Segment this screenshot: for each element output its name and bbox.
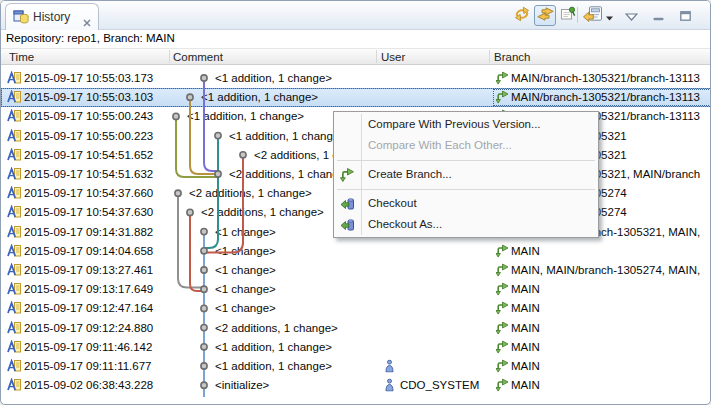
menu-item-create-branch[interactable]: Create Branch... bbox=[334, 164, 598, 185]
branch-flag-icon bbox=[496, 340, 509, 353]
column-divider[interactable] bbox=[489, 50, 490, 63]
column-divider[interactable] bbox=[169, 50, 170, 63]
time-cell: 2015-09-17 10:54:51.632 bbox=[24, 168, 153, 180]
time-cell: 2015-09-17 10:55:00.243 bbox=[24, 110, 153, 122]
table-row[interactable]: 2015-09-17 09:11:46.142<1 addition, 1 ch… bbox=[1, 337, 710, 356]
focus-button[interactable] bbox=[582, 5, 604, 26]
comment-cell: <1 change> bbox=[215, 283, 276, 295]
comment-cell: <1 addition, 1 change> bbox=[215, 341, 332, 353]
branch-cell: MAIN bbox=[511, 245, 540, 257]
branch-cell: MAIN bbox=[511, 341, 540, 353]
time-cell: 2015-09-17 09:12:24.880 bbox=[24, 322, 153, 334]
commit-icon bbox=[7, 321, 22, 335]
checkout-icon bbox=[340, 218, 355, 232]
branch-cell: MAIN bbox=[511, 302, 540, 314]
time-cell: 2015-09-17 10:55:03.103 bbox=[24, 91, 153, 103]
menu-item-compare-each-other[interactable]: Compare With Each Other... bbox=[334, 135, 598, 156]
commit-icon bbox=[7, 90, 22, 104]
comment-cell: <1 addition, 1 change> bbox=[201, 91, 318, 103]
time-cell: 2015-09-17 10:54:37.630 bbox=[24, 206, 153, 218]
branch-cell: MAIN bbox=[511, 360, 540, 372]
branch-flag-icon bbox=[496, 359, 509, 372]
column-header-branch[interactable]: Branch bbox=[494, 51, 530, 63]
branch-flag-icon bbox=[496, 263, 509, 276]
view-menu-button[interactable] bbox=[622, 5, 640, 26]
user-icon bbox=[385, 359, 394, 372]
menu-separator bbox=[334, 156, 598, 164]
comment-cell: <2 additions, 1 change> bbox=[201, 206, 324, 218]
branch-flag-icon bbox=[496, 244, 509, 257]
maximize-button[interactable] bbox=[676, 5, 694, 26]
focus-icon bbox=[583, 6, 603, 26]
user-cell: CDO_SYSTEM bbox=[400, 379, 479, 391]
menu-item-compare-previous[interactable]: Compare With Previous Version... bbox=[334, 114, 598, 135]
comment-cell: <1 addition, 1 change> bbox=[187, 110, 304, 122]
time-cell: 2015-09-17 09:11:11.677 bbox=[24, 360, 151, 372]
branch-flag-icon bbox=[496, 302, 509, 315]
column-divider[interactable] bbox=[376, 50, 377, 63]
comment-cell: <2 additions, 1 change> bbox=[189, 187, 312, 199]
comment-cell: <1 addition, 1 change> bbox=[215, 72, 332, 84]
toolbar-separator bbox=[577, 7, 578, 23]
context-menu: Compare With Previous Version... Compare… bbox=[333, 111, 599, 238]
table-row[interactable]: 2015-09-17 10:55:03.173<1 addition, 1 ch… bbox=[1, 68, 710, 87]
table-row[interactable]: 2015-09-17 09:13:27.461<1 change>MAIN, M… bbox=[1, 260, 710, 279]
commit-icon bbox=[7, 186, 22, 200]
commit-icon bbox=[7, 301, 22, 315]
time-cell: 2015-09-17 09:11:46.142 bbox=[24, 341, 152, 353]
commit-icon bbox=[7, 378, 22, 392]
branch-flag-icon bbox=[496, 321, 509, 334]
table-row[interactable]: 2015-09-17 09:12:24.880<2 additions, 1 c… bbox=[1, 318, 710, 337]
time-cell: 2015-09-17 09:12:47.164 bbox=[24, 302, 153, 314]
link-arrows-icon bbox=[537, 7, 554, 25]
time-cell: 2015-09-17 10:55:03.173 bbox=[24, 72, 153, 84]
refresh-button[interactable] bbox=[511, 5, 533, 26]
user-icon bbox=[385, 379, 394, 392]
branch-cell: MAIN, MAIN/branch-1305274, MAIN, bbox=[511, 264, 700, 276]
chevron-down-icon bbox=[606, 7, 613, 25]
comment-cell: <2 additions, 1 change> bbox=[215, 322, 338, 334]
table-row[interactable]: 2015-09-17 09:11:11.677<1 addition, 1 ch… bbox=[1, 356, 710, 375]
pin-icon bbox=[560, 6, 576, 25]
commit-icon bbox=[7, 205, 22, 219]
branch-cell: MAIN/branch-1305321/branch-13113 bbox=[511, 72, 700, 84]
time-cell: 2015-09-17 09:13:17.649 bbox=[24, 283, 153, 295]
commit-icon bbox=[7, 109, 22, 123]
focus-dropdown-button[interactable] bbox=[604, 5, 614, 26]
column-header-user[interactable]: User bbox=[381, 51, 405, 63]
menu-item-checkout-as[interactable]: Checkout As... bbox=[334, 214, 598, 235]
time-cell: 2015-09-02 06:38:43.228 bbox=[24, 379, 153, 391]
branch-flag-icon bbox=[496, 283, 509, 296]
commit-icon bbox=[7, 282, 22, 296]
table-row[interactable]: 2015-09-02 06:38:43.228<initialize>CDO_S… bbox=[1, 376, 710, 395]
comment-cell: <initialize> bbox=[215, 379, 269, 391]
comment-cell: <1 addition, 1 change> bbox=[215, 360, 332, 372]
commit-icon bbox=[7, 340, 22, 354]
commit-icon bbox=[7, 129, 22, 143]
time-cell: 2015-09-17 10:55:00.223 bbox=[24, 130, 153, 142]
comment-cell: <1 change> bbox=[215, 264, 276, 276]
table-header: Time Comment User Branch bbox=[1, 48, 710, 65]
close-icon[interactable] bbox=[83, 13, 91, 31]
comment-cell: <1 addition, 1 change> bbox=[229, 130, 346, 142]
minimize-button[interactable] bbox=[649, 5, 667, 26]
table-row[interactable]: 2015-09-17 09:13:17.649<1 change>MAIN bbox=[1, 280, 710, 299]
branch-cell: MAIN bbox=[511, 379, 540, 391]
table-row[interactable]: 2015-09-17 10:55:03.103<1 addition, 1 ch… bbox=[1, 88, 710, 107]
menu-item-checkout[interactable]: Checkout bbox=[334, 193, 598, 214]
menu-separator bbox=[334, 185, 598, 193]
tab-label: History bbox=[33, 10, 70, 24]
table-row[interactable]: 2015-09-17 09:14:04.658<1 change>MAIN bbox=[1, 241, 710, 260]
comment-cell: <1 change> bbox=[215, 302, 276, 314]
commit-icon bbox=[7, 225, 22, 239]
column-header-comment[interactable]: Comment bbox=[173, 51, 223, 63]
history-icon bbox=[13, 9, 29, 29]
tab-history[interactable]: History bbox=[5, 3, 99, 30]
time-cell: 2015-09-17 10:54:37.660 bbox=[24, 187, 153, 199]
link-with-selection-button[interactable] bbox=[534, 5, 556, 26]
repository-info: Repository: repo1, Branch: MAIN bbox=[1, 30, 710, 48]
branch-flag-icon bbox=[496, 71, 509, 84]
column-header-time[interactable]: Time bbox=[9, 51, 34, 63]
table-row[interactable]: 2015-09-17 09:12:47.164<1 change>MAIN bbox=[1, 299, 710, 318]
pin-view-button[interactable] bbox=[557, 5, 579, 26]
